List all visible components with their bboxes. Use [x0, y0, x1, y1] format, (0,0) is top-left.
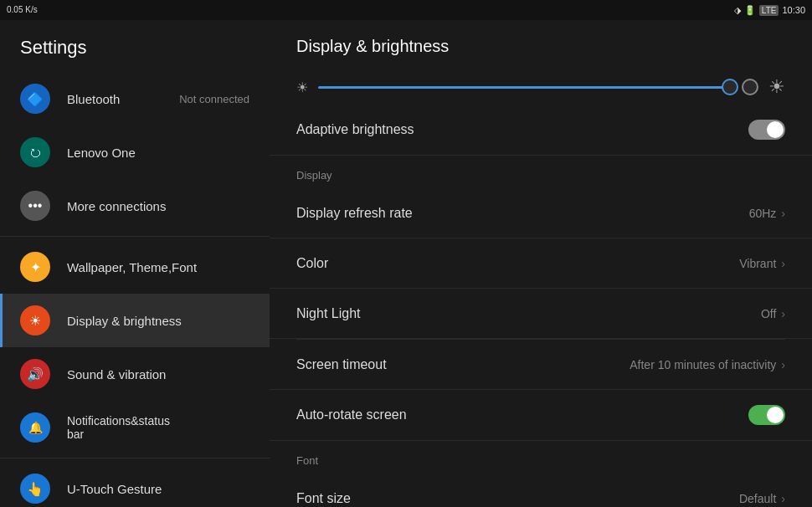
bluetooth-icon: ⬗ — [734, 5, 741, 16]
sidebar-label-bluetooth: Bluetooth — [67, 92, 120, 106]
sidebar-label-display: Display & brightness — [67, 314, 182, 328]
font-size-row[interactable]: Font size Default › — [270, 474, 812, 507]
status-right: ⬗ 🔋 LTE 10:30 — [734, 5, 805, 16]
status-left: 0.05 K/s — [7, 5, 38, 15]
divider-2 — [0, 458, 270, 458]
chevron-icon: › — [781, 207, 785, 220]
sidebar-item-notifications[interactable]: 🔔 Notifications&statusbar — [0, 401, 270, 454]
sidebar-label-wallpaper: Wallpaper, Theme,Font — [67, 260, 197, 274]
night-light-value: Off — [761, 307, 776, 320]
sidebar-item-display-brightness[interactable]: ☀ Display & brightness — [0, 294, 270, 347]
sidebar-item-sound[interactable]: 🔊 Sound & vibration — [0, 347, 270, 401]
brightness-slider[interactable] — [318, 86, 732, 89]
screen-timeout-value: After 10 minutes of inactivity — [630, 358, 776, 371]
page-title: Display & brightness — [270, 23, 812, 69]
brightness-toggle-icon — [742, 79, 758, 95]
display-refresh-rate-label: Display refresh rate — [296, 206, 749, 221]
auto-rotate-label: Auto-rotate screen — [296, 407, 748, 422]
color-value: Vibrant — [739, 257, 776, 270]
toggle-knob-2 — [767, 407, 784, 423]
sidebar-label-notifications: Notifications&statusbar — [67, 414, 170, 441]
chevron-icon-5: › — [781, 492, 785, 505]
sidebar-item-u-touch[interactable]: 👆 U-Touch Gesture — [0, 462, 270, 507]
adaptive-brightness-label: Adaptive brightness — [296, 122, 748, 137]
adaptive-brightness-row[interactable]: Adaptive brightness — [270, 105, 812, 156]
font-size-label: Font size — [296, 491, 739, 506]
time: 10:30 — [782, 5, 805, 15]
sidebar-item-wallpaper[interactable]: ✦ Wallpaper, Theme,Font — [0, 240, 270, 294]
chevron-icon-4: › — [781, 358, 785, 371]
color-label: Color — [296, 256, 739, 271]
display-icon: ☀ — [20, 305, 50, 335]
font-section-label: Font — [270, 441, 812, 474]
display-section-label: Display — [270, 156, 812, 188]
sidebar-label-u-touch: U-Touch Gesture — [67, 482, 162, 496]
more-connections-icon: ••• — [20, 191, 50, 221]
sidebar-item-lenovo-one[interactable]: ⭮ Lenovo One — [0, 125, 270, 179]
screen-timeout-label: Screen timeout — [296, 357, 630, 372]
divider-1 — [0, 236, 270, 237]
sidebar: Settings 🔷 Bluetooth Not connected ⭮ Len… — [0, 0, 270, 507]
chevron-icon-2: › — [781, 257, 785, 270]
sidebar-label-sound: Sound & vibration — [67, 367, 166, 382]
display-refresh-rate-row[interactable]: Display refresh rate 60Hz › — [270, 188, 812, 238]
sound-icon: 🔊 — [20, 359, 50, 389]
sidebar-label-more-connections: More connections — [67, 199, 166, 213]
status-bar: 0.05 K/s ⬗ 🔋 LTE 10:30 — [0, 0, 812, 20]
font-size-value: Default — [739, 492, 776, 505]
lenovo-icon: ⭮ — [20, 137, 50, 167]
lte-badge: LTE — [759, 5, 779, 16]
sidebar-title: Settings — [0, 23, 270, 72]
notifications-icon: 🔔 — [20, 412, 50, 443]
screen-timeout-row[interactable]: Screen timeout After 10 minutes of inact… — [270, 340, 812, 390]
bluetooth-status: Not connected — [179, 93, 249, 105]
auto-rotate-row[interactable]: Auto-rotate screen — [270, 390, 812, 441]
wallpaper-icon: ✦ — [20, 252, 50, 282]
sidebar-item-bluetooth[interactable]: 🔷 Bluetooth Not connected — [0, 72, 270, 125]
night-light-label: Night Light — [296, 306, 761, 321]
brightness-row[interactable]: ☀ ☀ — [270, 69, 812, 105]
u-touch-icon: 👆 — [20, 474, 50, 504]
main-content: Display & brightness ☀ ☀ Adaptive bright… — [270, 0, 812, 507]
night-light-row[interactable]: Night Light Off › — [270, 289, 812, 339]
chevron-icon-3: › — [781, 307, 785, 320]
sidebar-item-more-connections[interactable]: ••• More connections — [0, 179, 270, 233]
toggle-knob — [767, 121, 784, 138]
color-row[interactable]: Color Vibrant › — [270, 238, 812, 289]
battery-icon: 🔋 — [744, 5, 756, 16]
bluetooth-icon: 🔷 — [20, 84, 50, 114]
display-refresh-rate-value: 60Hz — [749, 207, 777, 220]
adaptive-brightness-toggle[interactable] — [748, 120, 785, 140]
brightness-low-icon: ☀ — [296, 79, 308, 95]
brightness-high-icon: ☀ — [768, 76, 785, 98]
auto-rotate-toggle[interactable] — [748, 405, 785, 425]
sidebar-label-lenovo: Lenovo One — [67, 146, 136, 160]
